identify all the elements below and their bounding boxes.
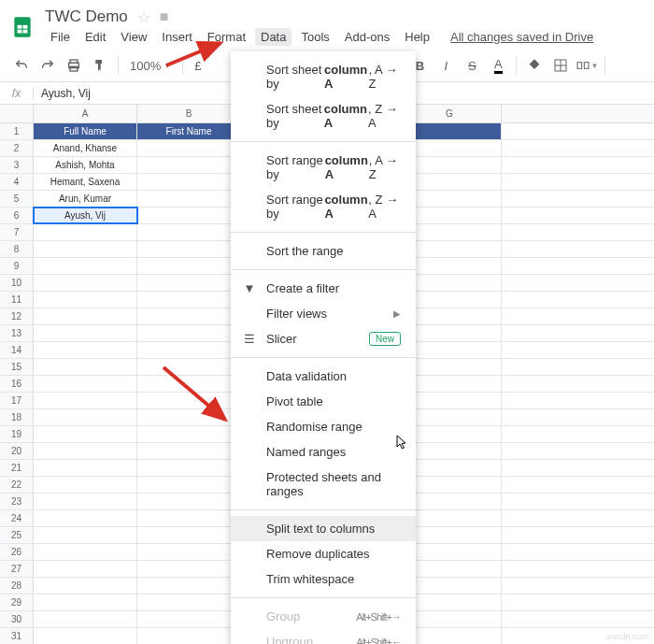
row-number[interactable]: 8 [0,241,34,257]
cell[interactable] [34,359,137,375]
cell[interactable] [137,140,241,156]
cell[interactable] [34,544,137,560]
row-number[interactable]: 24 [0,510,34,526]
row-number[interactable]: 15 [0,359,34,375]
document-title[interactable]: TWC Demo [45,7,128,26]
undo-button[interactable] [9,53,34,78]
row-number[interactable]: 17 [0,393,34,408]
menu-ungroup[interactable]: UngroupAlt+Shift+← [231,629,416,644]
row-number[interactable]: 18 [0,409,34,425]
cell[interactable] [34,460,137,476]
cell[interactable] [34,241,137,257]
row-number[interactable]: 16 [0,376,34,392]
menu-group[interactable]: GroupAlt+Shift+→ [231,604,416,629]
row-number[interactable]: 27 [0,561,34,577]
menu-sort-range[interactable]: Sort the range [231,238,416,264]
cell[interactable] [34,258,137,274]
fill-color-button[interactable] [522,53,547,78]
cell[interactable] [34,494,137,509]
menu-protected[interactable]: Protected sheets and ranges [231,465,416,504]
menu-data[interactable]: Data [255,28,291,46]
cell[interactable] [34,628,137,644]
strikethrough-button[interactable]: S [460,53,484,78]
cell[interactable] [34,561,137,577]
cell[interactable] [137,275,241,291]
cell[interactable] [137,342,241,358]
col-header-b[interactable]: B [137,105,241,122]
menu-view[interactable]: View [115,28,152,46]
cell[interactable] [34,342,137,358]
cell[interactable] [34,376,137,392]
menu-filter-views[interactable]: Filter views▶ [231,301,416,326]
cell[interactable] [137,224,241,240]
cell[interactable] [34,578,137,594]
row-number[interactable]: 29 [0,594,34,610]
cell[interactable] [137,325,241,341]
cell[interactable] [137,477,241,493]
row-number[interactable]: 21 [0,460,34,476]
row-number[interactable]: 23 [0,494,34,509]
star-icon[interactable]: ☆ [137,8,150,26]
cell[interactable] [34,393,137,408]
cell[interactable] [137,611,241,627]
row-number[interactable]: 3 [0,157,34,173]
row-number[interactable]: 5 [0,191,34,207]
menu-file[interactable]: File [45,28,76,46]
cell[interactable] [34,292,137,308]
menu-tools[interactable]: Tools [295,28,334,46]
cell[interactable] [34,426,137,442]
row-number[interactable]: 30 [0,611,34,627]
save-status[interactable]: All changes saved in Drive [450,30,593,44]
menu-pivot-table[interactable]: Pivot table [231,389,416,414]
borders-button[interactable] [548,53,573,78]
menu-addons[interactable]: Add-ons [339,28,395,46]
cell[interactable]: Ashish, Mohta [34,157,137,173]
menu-sort-range-za[interactable]: Sort range by column A, Z → A [231,187,416,226]
sheets-logo[interactable] [9,14,36,40]
row-number[interactable]: 12 [0,308,34,324]
cell[interactable] [137,308,241,324]
cell[interactable]: Anand, Khanse [34,140,137,156]
cell[interactable]: Ayush, Vij [34,208,137,223]
cell[interactable] [137,510,241,526]
cell[interactable] [137,191,241,207]
menu-slicer[interactable]: ☰SlicerNew [231,326,416,351]
row-number[interactable]: 19 [0,426,34,442]
paint-format-button[interactable] [88,53,112,78]
cell[interactable] [34,611,137,627]
italic-button[interactable]: I [434,53,458,78]
row-number[interactable]: 2 [0,140,34,156]
menu-sort-range-az[interactable]: Sort range by column A, A → Z [231,148,416,187]
row-number[interactable]: 20 [0,443,34,459]
row-number[interactable]: 7 [0,224,34,240]
row-number[interactable]: 31 [0,628,34,644]
cell[interactable] [34,477,137,493]
row-number[interactable]: 26 [0,544,34,560]
cell[interactable] [34,594,137,610]
cell[interactable] [34,409,137,425]
menu-help[interactable]: Help [399,28,435,46]
cell[interactable] [137,443,241,459]
menu-create-filter[interactable]: ▼Create a filter [231,276,416,301]
cell[interactable] [34,275,137,291]
cell[interactable] [34,443,137,459]
cell[interactable] [34,308,137,324]
menu-named-ranges[interactable]: Named ranges [231,439,416,465]
menu-edit[interactable]: Edit [79,28,111,46]
redo-button[interactable] [36,53,60,78]
cell[interactable] [34,224,137,240]
cell[interactable]: Full Name [34,123,137,139]
select-all-corner[interactable] [0,105,34,122]
cell[interactable] [137,157,241,173]
cell[interactable] [137,527,241,543]
row-number[interactable]: 11 [0,292,34,308]
row-number[interactable]: 22 [0,477,34,493]
menu-remove-duplicates[interactable]: Remove duplicates [231,541,416,566]
cell[interactable] [137,292,241,308]
cell[interactable] [137,460,241,476]
folder-icon[interactable]: ■ [160,8,169,25]
row-number[interactable]: 1 [0,123,34,139]
col-header-a[interactable]: A [34,105,137,122]
cell[interactable] [137,544,241,560]
cell[interactable] [137,208,241,223]
